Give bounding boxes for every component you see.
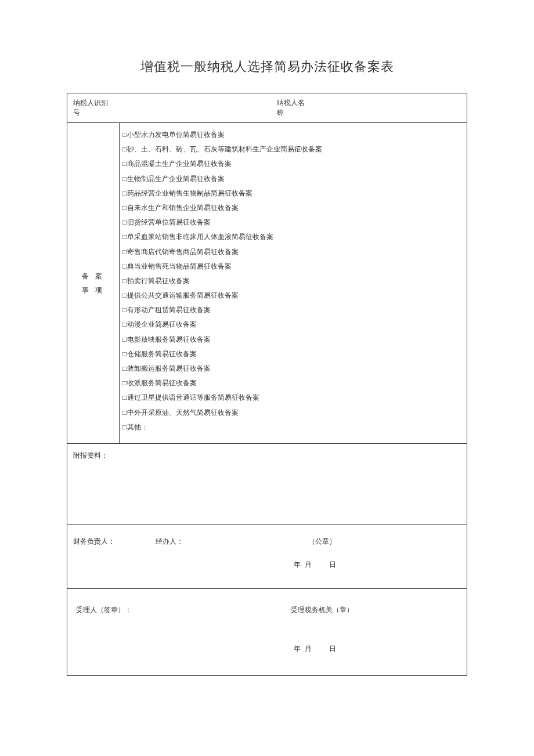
check-item[interactable]: □药品经营企业销售生物制品简易征收备案 bbox=[122, 186, 464, 201]
taxpayer-name-label: 纳税人名称 bbox=[271, 93, 312, 123]
finance-date-label: 年 月 日 bbox=[294, 560, 337, 570]
check-item[interactable]: □装卸搬运服务简易征收备案 bbox=[122, 361, 464, 376]
check-item[interactable]: □其他： bbox=[122, 420, 464, 435]
check-item[interactable]: □寄售商店代销寄售商品简易征收备案 bbox=[122, 245, 464, 259]
check-item[interactable]: □单采血浆站销售非临床用人体血液简易征收备案 bbox=[122, 230, 464, 244]
check-item[interactable]: □拍卖行简易征收备案 bbox=[122, 274, 464, 288]
checkbox-icon[interactable]: □ bbox=[122, 390, 127, 405]
form-title: 增值税一般纳税人选择简易办法征收备案表 bbox=[67, 58, 467, 75]
check-item[interactable]: □砂、土、石料、砖、瓦、石灰等建筑材料生产企业简易征收备案 bbox=[122, 142, 464, 157]
checklist-cell: □小型水力发电单位简易征收备案 □砂、土、石料、砖、瓦、石灰等建筑材料生产企业简… bbox=[120, 123, 467, 444]
acceptor-row: 受理人（签章）： 受理税务机关（章） 年 月 日 bbox=[67, 588, 467, 675]
checkbox-icon[interactable]: □ bbox=[122, 347, 127, 361]
check-item[interactable]: □典当业销售死当物品简易征收备案 bbox=[122, 259, 464, 274]
checkbox-icon[interactable]: □ bbox=[122, 230, 127, 244]
check-item[interactable]: □商品混凝土生产企业简易征收备案 bbox=[122, 157, 464, 171]
checkbox-icon[interactable]: □ bbox=[122, 128, 127, 142]
checkbox-icon[interactable]: □ bbox=[122, 172, 127, 186]
checkbox-icon[interactable]: □ bbox=[122, 157, 127, 171]
attachment-cell[interactable]: 附报资料： bbox=[67, 443, 467, 525]
acceptor-org-label: 受理税务机关（章） bbox=[291, 605, 353, 615]
stamp-label: （公章） bbox=[308, 537, 336, 547]
form-table: 纳税人识别号 纳税人名称 备 案 事 项 □小型水力发电单位简易征收备案 □砂、… bbox=[67, 93, 467, 676]
finance-person-label: 财务负责人： bbox=[73, 537, 115, 547]
checkbox-icon[interactable]: □ bbox=[122, 361, 127, 376]
handler-label: 经办人： bbox=[156, 537, 183, 547]
check-item[interactable]: □通过卫星提供语音通话等服务简易征收备案 bbox=[122, 390, 464, 405]
acceptor-sign-label: 受理人（签章）： bbox=[76, 605, 132, 615]
category-label: 备 案 事 项 bbox=[67, 123, 120, 444]
checkbox-icon[interactable]: □ bbox=[122, 317, 127, 332]
checkbox-icon[interactable]: □ bbox=[122, 186, 127, 201]
checkbox-icon[interactable]: □ bbox=[122, 142, 127, 157]
check-item[interactable]: □动漫企业简易征收备案 bbox=[122, 317, 464, 332]
checkbox-icon[interactable]: □ bbox=[122, 274, 127, 288]
finance-row: 财务负责人： 经办人： （公章） 年 月 日 bbox=[67, 525, 467, 588]
checkbox-icon[interactable]: □ bbox=[122, 201, 127, 215]
check-item[interactable]: □有形动产租赁简易征收备案 bbox=[122, 303, 464, 317]
checkbox-icon[interactable]: □ bbox=[122, 303, 127, 317]
checkbox-icon[interactable]: □ bbox=[122, 288, 127, 303]
taxpayer-name-value[interactable] bbox=[312, 93, 467, 123]
finance-cell[interactable]: 财务负责人： 经办人： （公章） 年 月 日 bbox=[67, 525, 467, 588]
checklist-row: 备 案 事 项 □小型水力发电单位简易征收备案 □砂、土、石料、砖、瓦、石灰等建… bbox=[67, 123, 467, 444]
taxpayer-id-value[interactable] bbox=[120, 93, 271, 123]
checkbox-icon[interactable]: □ bbox=[122, 406, 127, 420]
attachment-row: 附报资料： bbox=[67, 443, 467, 525]
check-item[interactable]: □生物制品生产企业简易征收备案 bbox=[122, 172, 464, 186]
check-item[interactable]: □中外开采原油、天然气简易征收备案 bbox=[122, 406, 464, 420]
header-row: 纳税人识别号 纳税人名称 bbox=[67, 93, 467, 123]
checkbox-icon[interactable]: □ bbox=[122, 332, 127, 347]
check-item[interactable]: □电影放映服务简易征收备案 bbox=[122, 332, 464, 347]
checkbox-icon[interactable]: □ bbox=[122, 420, 127, 435]
check-item[interactable]: □自来水生产和销售企业简易征收备案 bbox=[122, 201, 464, 215]
check-item[interactable]: □收派服务简易征收备案 bbox=[122, 376, 464, 390]
checkbox-icon[interactable]: □ bbox=[122, 245, 127, 259]
acceptor-cell[interactable]: 受理人（签章）： 受理税务机关（章） 年 月 日 bbox=[67, 588, 467, 675]
check-item[interactable]: □旧货经营单位简易征收备案 bbox=[122, 215, 464, 230]
check-item[interactable]: □仓储服务简易征收备案 bbox=[122, 347, 464, 361]
check-item[interactable]: □小型水力发电单位简易征收备案 bbox=[122, 128, 464, 142]
checkbox-icon[interactable]: □ bbox=[122, 376, 127, 390]
checkbox-icon[interactable]: □ bbox=[122, 259, 127, 274]
check-item[interactable]: □提供公共交通运输服务简易征收备案 bbox=[122, 288, 464, 303]
attachment-label: 附报资料： bbox=[73, 451, 108, 460]
checkbox-icon[interactable]: □ bbox=[122, 215, 127, 230]
taxpayer-id-label: 纳税人识别号 bbox=[67, 93, 120, 123]
acceptor-date-label: 年 月 日 bbox=[294, 644, 337, 654]
